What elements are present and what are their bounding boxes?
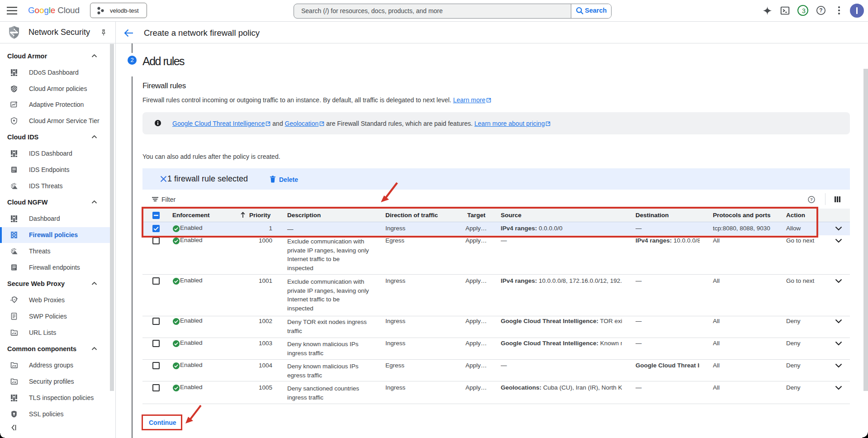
svg-text:?: ? <box>810 197 813 202</box>
svg-text:?: ? <box>819 7 822 14</box>
